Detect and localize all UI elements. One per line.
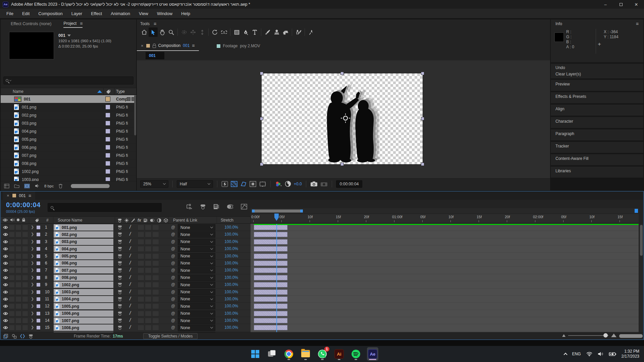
expand-arrow-icon[interactable]: ❯ [31, 304, 34, 308]
dolly-camera-tool[interactable] [198, 27, 207, 37]
motion-blur-cell[interactable] [152, 303, 159, 309]
layer-name[interactable]: 1005.png [54, 303, 113, 309]
audio-cell[interactable] [9, 239, 15, 245]
expand-arrow-icon[interactable]: ❯ [31, 325, 34, 329]
pick-whip-icon[interactable]: @ [171, 232, 175, 237]
layer-name[interactable]: 004.png [54, 246, 113, 252]
parent-dropdown[interactable]: None [178, 275, 215, 281]
layer-name[interactable]: 1004.png [54, 296, 113, 302]
stretch-value[interactable]: 100.0% [219, 325, 238, 330]
label-color-swatch[interactable] [105, 153, 110, 158]
audio-cell[interactable] [9, 282, 15, 288]
motion-blur-cell[interactable] [152, 246, 159, 252]
solo-cell[interactable] [15, 260, 21, 266]
panel-menu-icon[interactable]: ≡ [80, 21, 83, 26]
mask-visibility-icon[interactable] [250, 181, 256, 187]
collapsed-panel-header[interactable]: Align [551, 105, 643, 116]
layer-shy-icon[interactable] [117, 282, 122, 287]
layer-label-swatch[interactable] [36, 240, 41, 244]
shy-icon[interactable] [200, 204, 206, 209]
layer-name[interactable]: 003.png [54, 239, 113, 245]
menu-item[interactable]: Animation [106, 9, 135, 18]
track-row[interactable] [251, 267, 639, 274]
exposure-icon[interactable] [285, 181, 291, 187]
audio-cell[interactable] [9, 289, 15, 295]
layer-shy-icon[interactable] [117, 311, 122, 316]
audio-cell[interactable] [9, 246, 15, 252]
project-item-row[interactable]: 1002.png PNG fi [1, 168, 136, 176]
project-scrollbar[interactable] [134, 95, 136, 135]
label-color-swatch[interactable] [105, 121, 110, 126]
track-row[interactable] [251, 260, 639, 267]
horizontal-scrollbar[interactable] [71, 184, 110, 188]
start-button[interactable] [250, 347, 261, 361]
stretch-value[interactable]: 100.0% [219, 261, 238, 265]
audio-cell[interactable] [9, 303, 15, 309]
frame-blend-cell[interactable] [145, 282, 152, 288]
layer-shy-icon[interactable] [117, 225, 122, 230]
orbit-camera-tool[interactable] [179, 27, 189, 37]
timeline-menu-icon[interactable]: ≡ [29, 193, 31, 198]
fx-cell[interactable] [138, 282, 144, 288]
new-folder-icon[interactable] [14, 184, 19, 188]
transparency-grid-icon[interactable] [231, 181, 237, 187]
layer-row[interactable]: ❯ 9 1002.png / @ None 100.0% [1, 281, 251, 288]
illustrator-app[interactable]: Ai [333, 347, 345, 361]
parent-dropdown[interactable]: None [178, 310, 215, 317]
layer-quality-icon[interactable]: / [129, 239, 131, 244]
motion-blur-cell[interactable] [152, 318, 159, 323]
shy-toggle-icon[interactable] [28, 334, 34, 339]
collapsed-panel-header[interactable]: Tracker [551, 142, 643, 153]
zoom-out-icon[interactable] [562, 334, 566, 337]
exposure-value[interactable]: +0.0 [294, 182, 302, 186]
minimize-button[interactable]: – [598, 0, 613, 9]
selection-handle[interactable] [260, 163, 263, 166]
layer-row[interactable]: ❯ 5 005.png / @ None 100.0% [1, 253, 251, 260]
motion-blur-cell[interactable] [152, 289, 159, 295]
tab-effect-controls[interactable]: Effect Controls (none) [11, 21, 51, 27]
audio-cell[interactable] [9, 232, 15, 237]
layer-duration-bar[interactable] [254, 318, 287, 323]
puppet-pin-tool[interactable] [307, 27, 316, 37]
maximize-button[interactable] [613, 0, 629, 9]
stretch-value[interactable]: 100.0% [219, 239, 238, 244]
project-item-row[interactable]: 004.png PNG fi [1, 127, 136, 135]
solo-cell[interactable] [15, 303, 21, 309]
tab-composition[interactable]: × Composition 001 ≡ [137, 41, 199, 51]
frame-blend-cell[interactable] [145, 311, 152, 316]
label-color-swatch[interactable] [105, 161, 110, 166]
frame-blend-cell[interactable] [145, 267, 152, 273]
layer-row[interactable]: ❯ 11 1004.png / @ None 100.0% [1, 296, 251, 303]
layer-row[interactable]: ❯ 15 1008.png / @ None 100.0% [1, 324, 251, 331]
hand-tool[interactable] [158, 27, 167, 37]
fx-cell[interactable] [138, 303, 144, 309]
eraser-tool[interactable] [281, 27, 290, 37]
project-item-row[interactable]: 005.png PNG fi [1, 135, 136, 143]
motion-blur-cell[interactable] [152, 232, 159, 237]
solo-cell[interactable] [15, 325, 21, 330]
stretch-value[interactable]: 100.0% [219, 290, 238, 294]
comp-name-caret-icon[interactable] [67, 35, 71, 37]
track-row[interactable] [251, 289, 639, 296]
layer-label-swatch[interactable] [36, 290, 41, 294]
layer-quality-icon[interactable]: / [129, 275, 131, 280]
whatsapp-app[interactable]: 1 [317, 347, 328, 361]
tools-menu-icon[interactable]: ≡ [154, 21, 156, 26]
snapshot-camera-icon[interactable] [310, 181, 318, 187]
layer-quality-icon[interactable]: / [129, 260, 131, 265]
audio-cell[interactable] [9, 296, 15, 302]
layer-label-swatch[interactable] [36, 276, 41, 280]
label-color-swatch[interactable] [105, 177, 110, 181]
layer-quality-icon[interactable]: / [129, 310, 131, 316]
pick-whip-icon[interactable]: @ [171, 325, 175, 330]
layer-quality-icon[interactable]: / [129, 317, 131, 323]
layer-duration-bar[interactable] [254, 325, 287, 330]
frame-blend-cell[interactable] [145, 296, 152, 302]
layer-name[interactable]: 005.png [54, 253, 113, 259]
lock-cell[interactable] [22, 260, 28, 266]
layer-row[interactable]: ❯ 10 1003.png / @ None 100.0% [1, 289, 251, 296]
lock-cell[interactable] [22, 225, 28, 230]
layer-visibility-icon[interactable] [3, 326, 8, 329]
layer-quality-icon[interactable]: / [129, 224, 131, 230]
graph-editor-icon[interactable] [241, 204, 247, 209]
